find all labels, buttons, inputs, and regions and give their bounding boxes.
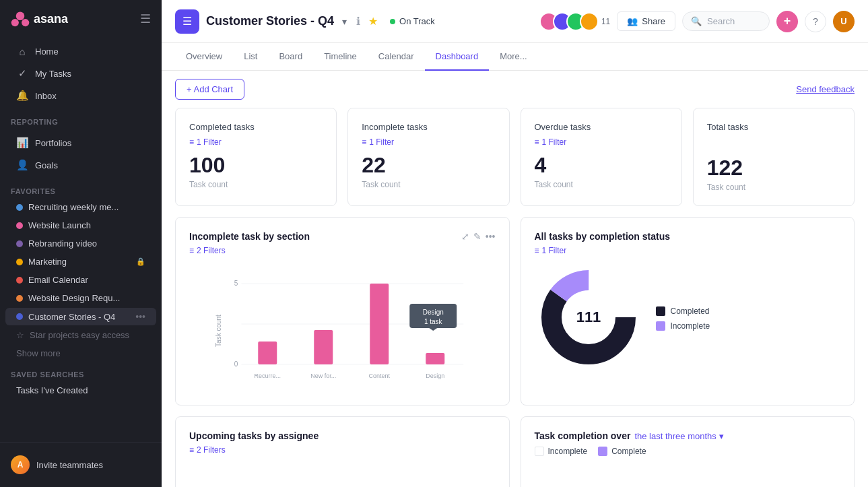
project-title[interactable]: Customer Stories - Q4 [206, 14, 334, 28]
invite-label: Invite teammates [36, 460, 103, 470]
tab-board[interactable]: Board [268, 43, 313, 71]
sidebar-logo: asana ☰ [0, 0, 162, 38]
stat-card-title-completed: Completed tasks [189, 122, 323, 132]
show-more-link[interactable]: Show more [5, 345, 156, 362]
comp-legend-incomplete: Incomplete [535, 447, 588, 456]
donut-svg-wrap: 111 [535, 263, 642, 374]
legend-color-incomplete [656, 321, 665, 331]
bar-new-for [314, 330, 333, 364]
tab-list[interactable]: List [233, 43, 268, 71]
send-feedback-link[interactable]: Send feedback [796, 84, 855, 94]
comp-legend-complete: Complete [598, 447, 646, 456]
sidebar-label-home: Home [35, 46, 59, 57]
color-dot-pink [16, 222, 23, 229]
expand-icon[interactable]: ⤢ [461, 231, 469, 242]
favorites-title: Favorites [0, 179, 162, 198]
sidebar-item-home[interactable]: ⌂ Home [5, 41, 156, 62]
menu-toggle-icon[interactable]: ☰ [140, 11, 151, 26]
sidebar-item-inbox[interactable]: 🔔 Inbox [5, 85, 156, 106]
tab-calendar[interactable]: Calendar [368, 43, 425, 71]
search-bar[interactable]: 🔍 Search [682, 11, 770, 31]
edit-icon[interactable]: ✎ [473, 231, 481, 242]
favorite-label-rebranding: Rebranding video [28, 238, 97, 249]
add-icon: + [784, 14, 791, 28]
invite-teammates-item[interactable]: A Invite teammates [0, 451, 162, 479]
upcoming-tasks-filter[interactable]: ≡ 2 Filters [189, 445, 496, 455]
more-options-icon[interactable]: ••• [486, 231, 496, 242]
filter-icon: ≡ [362, 137, 366, 147]
add-chart-button[interactable]: + Add Chart [175, 79, 244, 100]
star-icon: ☆ [16, 330, 24, 340]
stat-value-completed: 100 [189, 154, 323, 177]
status-badge[interactable]: On Track [390, 16, 435, 26]
status-text: On Track [399, 16, 435, 26]
tab-more[interactable]: More... [489, 43, 537, 71]
favorite-label-website-design: Website Design Requ... [28, 293, 120, 303]
check-icon: ✓ [16, 67, 28, 79]
donut-area: 111 Completed Incomplete [535, 263, 841, 374]
saved-search-tasks-created[interactable]: Tasks I've Created [5, 382, 156, 399]
user-avatar[interactable]: U [833, 11, 855, 32]
chevron-down-icon: ▾ [719, 431, 724, 441]
sidebar-item-portfolios[interactable]: 📊 Portfolios [5, 132, 156, 154]
chart-card-incomplete-by-section: Incomplete task by section ⤢ ✎ ••• ≡ 2 F… [175, 217, 510, 405]
filter-icon: ≡ [535, 246, 539, 255]
color-dot-orange-yellow [16, 259, 23, 265]
favorite-item-email-calendar[interactable]: Email Calendar [5, 271, 156, 288]
completion-title-wrap: Task completion over the last three mont… [535, 430, 724, 441]
favorite-item-website-design[interactable]: Website Design Requ... [5, 290, 156, 306]
bar-design [426, 353, 444, 364]
tab-overview[interactable]: Overview [175, 43, 233, 71]
comp-color-incomplete [535, 447, 544, 456]
favorite-item-customer-stories[interactable]: Customer Stories - Q4 ••• [5, 308, 156, 325]
bar-recurre [258, 342, 277, 364]
share-button[interactable]: 👥 Share [617, 11, 675, 31]
filter-icon: ≡ [189, 246, 194, 255]
legend-item-incomplete: Incomplete [656, 321, 710, 331]
favorite-label-marketing: Marketing [28, 257, 67, 267]
stat-filter-incomplete[interactable]: ≡ 1 Filter [362, 137, 495, 147]
favorite-item-website-launch[interactable]: Website Launch [5, 217, 156, 234]
add-button[interactable]: + [776, 11, 798, 32]
stat-card-overdue: Overdue tasks ≡ 1 Filter 4 Task count [521, 108, 682, 206]
tab-dashboard[interactable]: Dashboard [425, 43, 490, 71]
time-period-selector[interactable]: the last three months ▾ [634, 431, 723, 441]
legend-label-incomplete: Incomplete [671, 321, 710, 331]
stat-filter-overdue[interactable]: ≡ 1 Filter [535, 137, 668, 147]
filter-icon: ≡ [189, 445, 194, 455]
reporting-nav: 📊 Portfolios 👤 Goals [0, 129, 162, 179]
bar-chart-filter[interactable]: ≡ 2 Filters [189, 246, 496, 255]
bar-chart-svg: Task count 5 0 Recurre... [189, 263, 496, 391]
more-icon[interactable]: ••• [135, 311, 145, 322]
donut-chart-filter[interactable]: ≡ 1 Filter [535, 246, 841, 255]
help-button[interactable]: ? [805, 11, 826, 32]
stat-filter-completed[interactable]: ≡ 1 Filter [189, 137, 323, 147]
avatar-group[interactable]: 11 [539, 12, 610, 31]
chart-card-task-completion: Task completion over the last three mont… [521, 416, 855, 487]
show-more-label: Show more [16, 348, 61, 358]
stat-card-total: Total tasks 122 Task count [693, 108, 855, 206]
svg-text:1 task: 1 task [424, 318, 443, 325]
lock-icon: 🔒 [136, 257, 145, 266]
avatar-4 [580, 12, 599, 31]
info-icon[interactable]: ℹ [356, 15, 360, 28]
sidebar-nav: ⌂ Home ✓ My Tasks 🔔 Inbox [0, 38, 162, 110]
favorite-item-rebranding[interactable]: Rebranding video [5, 235, 156, 252]
project-icon-button[interactable]: ☰ [175, 9, 199, 34]
sidebar-item-goals[interactable]: 👤 Goals [5, 154, 156, 176]
logo-area[interactable]: asana [11, 9, 68, 28]
project-dropdown-icon[interactable]: ▾ [342, 16, 347, 27]
tab-timeline[interactable]: Timeline [313, 43, 368, 71]
color-dot-purple [16, 240, 23, 247]
stat-card-title-incomplete: Incomplete tasks [362, 122, 495, 132]
favorite-label-customer-stories: Customer Stories - Q4 [28, 312, 115, 322]
color-dot-indigo [16, 313, 23, 320]
svg-point-0 [16, 12, 25, 21]
favorite-star-icon[interactable]: ★ [368, 15, 378, 28]
logo-text: asana [34, 12, 68, 26]
charts-row: Incomplete task by section ⤢ ✎ ••• ≡ 2 F… [175, 217, 855, 405]
sidebar-item-my-tasks[interactable]: ✓ My Tasks [5, 63, 156, 84]
favorite-item-recruiting[interactable]: Recruiting weekly me... [5, 199, 156, 216]
star-projects-item[interactable]: ☆ Star projects easy access [5, 327, 156, 344]
favorite-item-marketing[interactable]: Marketing 🔒 [5, 253, 156, 270]
